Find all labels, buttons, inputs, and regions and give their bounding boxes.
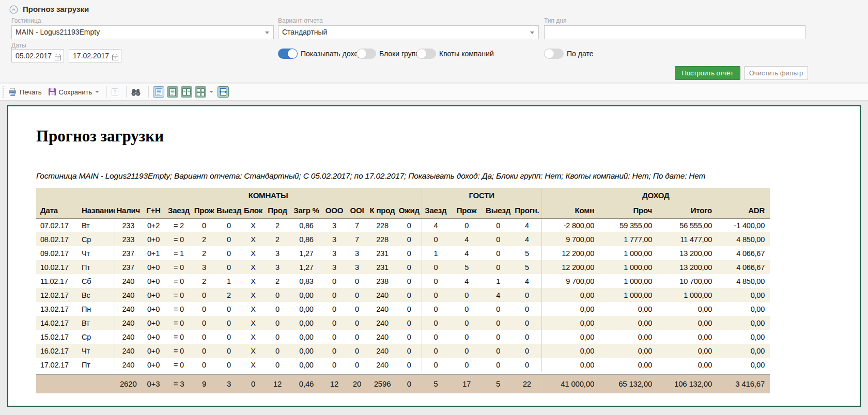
table-cell: 0+0	[142, 316, 165, 330]
toolbar-separator	[148, 86, 149, 98]
table-cell: Чт	[78, 246, 115, 260]
totals-cell: 65 132,00	[599, 374, 657, 393]
table-cell: 233	[115, 232, 142, 246]
day-type-input[interactable]	[544, 25, 805, 39]
toggle-track[interactable]	[544, 49, 564, 59]
table-cell: 2	[265, 274, 290, 288]
table-cell: X	[242, 344, 265, 358]
toggle-company-quotas[interactable]: Квоты компаний	[416, 48, 494, 59]
filter-panel: Прогноз загрузки Гостиница MAIN - Logus2…	[0, 0, 868, 83]
dates-label: Даты	[11, 42, 26, 49]
table-cell: 240	[115, 288, 142, 302]
toggle-knob	[357, 49, 366, 58]
find-button[interactable]	[131, 88, 141, 97]
table-cell: X	[242, 246, 265, 260]
chevron-down-icon[interactable]	[209, 91, 213, 93]
build-report-button[interactable]: Построить отчёт	[675, 66, 740, 80]
totals-cell: 22	[513, 374, 541, 393]
group-header-cell: ДОХОД	[541, 188, 770, 203]
table-cell: 5	[450, 260, 484, 274]
column-header-cell: Загр %	[290, 203, 322, 218]
toggle-group-blocks[interactable]: Блоки групп	[357, 48, 420, 59]
table-cell: = 0	[165, 260, 192, 274]
table-cell: 12 200,00	[541, 246, 599, 260]
table-cell: Ср	[78, 232, 115, 246]
table-cell: X	[242, 316, 265, 330]
table-cell: 2	[265, 218, 290, 232]
table-cell: 2	[192, 232, 216, 246]
whole-page-view-button[interactable]	[167, 86, 178, 98]
table-cell: 0	[346, 358, 368, 372]
table-cell: 0	[346, 274, 368, 288]
table-cell: 240	[368, 344, 397, 358]
table-cell: 4	[513, 218, 541, 232]
save-button[interactable]: Сохранить	[48, 88, 100, 96]
table-cell: 17.02.17	[36, 358, 78, 372]
table-cell: 0,00	[599, 316, 657, 330]
table-cell: 0	[484, 260, 513, 274]
totals-row: 26200+3= 3930120,4612202596051752241 000…	[36, 374, 770, 393]
column-header-cell: Прогн.	[513, 203, 541, 218]
table-cell: 0	[322, 274, 346, 288]
totals-cell: 0	[397, 374, 422, 393]
group-header-cell	[36, 188, 115, 203]
hotel-select[interactable]: MAIN - Logus21193Empty	[11, 25, 274, 39]
table-cell: 09.02.17	[36, 246, 78, 260]
date-from-input[interactable]: 05.02.2017 7	[11, 49, 64, 62]
toggle-track[interactable]	[416, 49, 436, 59]
print-button[interactable]: Печать	[8, 88, 42, 97]
report-page: Прогноз загрузки Гостиница MAIN - Logus2…	[7, 105, 861, 407]
date-to-input[interactable]: 17.02.2017 7	[69, 49, 121, 62]
clipboard-button[interactable]: ?	[111, 87, 119, 97]
table-cell: 0	[265, 344, 290, 358]
many-pages-view-button[interactable]	[195, 86, 213, 98]
table-cell: 0	[450, 302, 484, 316]
table-cell: 13 200,00	[657, 260, 717, 274]
column-header-cell: К прод	[368, 203, 397, 218]
table-cell: 0	[450, 316, 484, 330]
calendar-icon[interactable]: 7	[112, 52, 119, 65]
table-cell: 240	[115, 302, 142, 316]
table-cell: 0+0	[142, 344, 165, 358]
chevron-down-icon[interactable]	[95, 91, 99, 93]
toggle-by-date[interactable]: По дате	[544, 48, 593, 59]
totals-cell: 5	[484, 374, 513, 393]
column-header-cell: Заезд	[165, 203, 192, 218]
collapse-panel-button[interactable]	[9, 5, 18, 14]
report-variant-select[interactable]: Стандартный	[278, 25, 539, 39]
table-cell: 0	[192, 302, 216, 316]
table-cell: 0	[397, 246, 422, 260]
table-cell: 0	[397, 232, 422, 246]
table-cell: 4	[450, 232, 484, 246]
column-header-cell: Выезд	[484, 203, 513, 218]
clear-filter-button[interactable]: Очистить фильтр	[744, 66, 808, 80]
table-cell: 0	[346, 316, 368, 330]
table-cell: 0,00	[290, 288, 322, 302]
one-page-view-button[interactable]	[153, 86, 164, 98]
table-cell: 0	[192, 218, 216, 232]
table-cell: 0,00	[290, 302, 322, 316]
page-width-view-button[interactable]	[218, 86, 229, 98]
table-cell: 240	[115, 344, 142, 358]
table-cell: Вт	[78, 316, 115, 330]
table-cell: 0	[422, 302, 450, 316]
toolbar-grip[interactable]	[3, 86, 4, 98]
totals-cell: 3	[216, 374, 242, 393]
day-type-label: Тип дня	[544, 17, 566, 24]
table-cell: 0	[346, 344, 368, 358]
calendar-icon[interactable]: 7	[54, 52, 61, 65]
table-cell: 0	[216, 246, 242, 260]
table-cell: 0,00	[541, 330, 599, 344]
toggle-track[interactable]	[357, 49, 376, 59]
table-cell: X	[242, 260, 265, 274]
table-cell: 0,00	[541, 358, 599, 372]
toggle-show-income[interactable]: Показывать доход	[278, 48, 362, 59]
column-header-cell: Выезд	[216, 203, 242, 218]
report-table: КОМНАТЫГОСТИДОХОДДатаНазваниеНаличГ+НЗае…	[36, 188, 770, 393]
two-pages-view-button[interactable]	[181, 86, 192, 98]
totals-cell: 2596	[368, 374, 397, 393]
table-cell: 2	[192, 246, 216, 260]
table-cell: 240	[115, 330, 142, 344]
toggle-track[interactable]	[278, 49, 298, 59]
table-cell: Пт	[78, 260, 115, 274]
